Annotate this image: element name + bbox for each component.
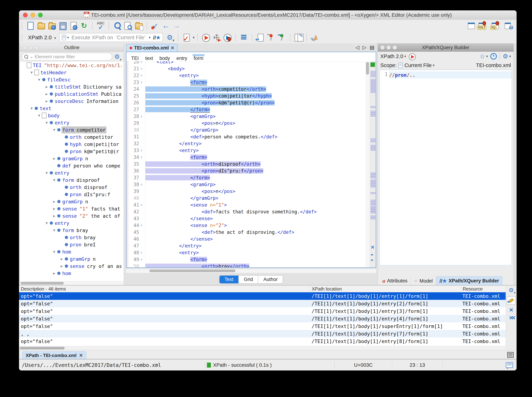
view-mode-text[interactable]: Text [220,276,239,283]
result-marker-tick[interactable] [371,111,375,113]
code-line-42[interactable]: 42 <def>facts that disprove something.</… [127,208,365,215]
result-marker-tick[interactable] [371,184,375,186]
prev-tab-icon[interactable]: ◁ [355,44,359,50]
editor-tab-tei-combo[interactable]: TEI-combo.xml ✕ [126,44,177,52]
code-line-39[interactable]: 39 <pos>n</pos> [127,188,365,195]
code-lines[interactable]: 20▽ <text>21▽ <body>22▽ <entry>23▽ <form… [127,61,365,267]
code-line-36[interactable]: 36 <pron>dIs"pru:f</pron> [127,167,365,174]
xpath-builder-icon[interactable]: //★ [153,35,160,41]
minimize-window-button[interactable] [31,13,35,17]
result-marker-tick[interactable] [371,180,375,181]
xpath-expression-combo[interactable]: ▾ Execute XPath on 'Current File' ▾ //★ [59,33,163,42]
result-marker-tick[interactable] [371,211,375,213]
description-column-header[interactable]: Description - 46 items [19,285,310,292]
code-line-20[interactable]: 20▽ <text> [127,61,365,65]
code-line-50[interactable]: 50 <orth>bray</orth> [127,263,365,267]
favorites-icon[interactable]: ☆ [480,53,485,60]
close-tab-icon[interactable]: ✕ [79,353,83,358]
result-marker-tick[interactable] [371,85,375,87]
result-marker-tick[interactable] [371,176,375,178]
outline-node-sense[interactable]: ▶sense"1" facts that [20,205,124,212]
expand-icon[interactable]: ▶ [44,85,49,89]
result-marker-tick[interactable] [371,173,375,174]
code-line-46[interactable]: 46 </sense> [127,236,365,242]
editor-vscrollbar[interactable] [365,61,370,267]
outline-node-TEI[interactable]: TEI"http://www.tei-c.org/ns/1. [20,62,124,69]
code-line-37[interactable]: 37 </form> [127,174,365,181]
fold-toggle-icon[interactable]: ▽ [140,65,145,72]
xslt-debugger-button[interactable]: XSLT [478,22,486,30]
find-replace-button[interactable] [113,22,121,30]
format-indent-file-button[interactable]: ↩ [256,33,264,42]
find-resource-button[interactable] [134,22,143,30]
collapse-icon[interactable]: ▼ [51,128,57,132]
outline-node-hom[interactable]: ▼hom [20,248,124,255]
fold-toggle-icon[interactable]: ▽ [140,181,145,188]
panel-buttons[interactable] [380,45,397,50]
highlight-results-button[interactable] [507,296,515,305]
fold-toggle-icon[interactable]: ▽ [140,202,145,208]
result-marker-tick[interactable] [371,200,375,202]
fold-toggle-icon[interactable]: ▽ [140,249,145,256]
code-line-24[interactable]: 24 <orth>competitor</orth> [127,86,365,93]
builder-tab-xpath-xquery-builder[interactable]: //★XPath/XQuery Builder [436,276,502,285]
result-row[interactable]: opt="false"/TEI[1]/text[1]/body[1]/entry… [19,307,506,315]
configure-transformation-button[interactable]: ⚒▶ [212,33,221,42]
outline-node-hom[interactable]: ▶hom [20,270,124,277]
collapse-icon[interactable]: ▼ [51,178,57,182]
query-line[interactable]: //pron/.. [389,71,512,79]
outline-node-entry[interactable]: ▼entry [20,119,124,126]
result-marker-tick[interactable] [371,79,375,81]
code-line-30[interactable]: 30 </gramGrp> [127,127,365,133]
code-line-44[interactable]: 44▽ <sense n="2"> [127,222,365,229]
outline-node-body[interactable]: ▼body [20,112,124,119]
format-indent-button[interactable] [240,33,248,42]
builder-tab-model[interactable]: ⁘Model [411,277,436,285]
code-line-41[interactable]: 41▽ <sense n="1"> [127,202,365,208]
breadcrumb-item-text[interactable]: text [145,54,153,61]
document-valid-indicator[interactable] [370,62,375,67]
code-line-28[interactable]: 28▽ <gramGrp> [127,113,365,120]
result-marker-tick[interactable] [371,208,375,210]
fold-toggle-icon[interactable]: ▽ [140,113,145,120]
outline-node-pron[interactable]: pronk@m"petit@(r [20,148,124,155]
result-marker-tick[interactable] [371,81,375,83]
xpath-combo-placeholder[interactable]: Execute XPath on 'Current File' [71,35,145,41]
outline-node-gramGrp[interactable]: ▶gramGrpn [20,155,124,162]
code-line-38[interactable]: 38▽ <gramGrp> [127,181,365,188]
back-button[interactable]: ← [162,22,170,30]
outline-node-titleStmt[interactable]: ▶titleStmtDictionary sa [20,83,124,90]
result-marker-tick[interactable] [371,115,375,117]
collapse-icon[interactable]: ▼ [36,77,42,82]
code-line-22[interactable]: 22▽ <entry> [127,72,365,79]
panel-list-icon[interactable] [507,352,514,358]
result-row[interactable]: opt="false"/TEI[1]/text[1]/body[1]/entry… [19,315,506,323]
result-marker-tick[interactable] [371,89,375,91]
outline-node-sourceDesc[interactable]: ▶sourceDescInformation [20,98,124,105]
pin-location-green-button[interactable]: ▬ [278,33,286,42]
result-marker-tick[interactable] [371,217,375,219]
close-tab-icon[interactable]: ✕ [171,45,174,50]
editor-layout-button[interactable] [467,22,475,30]
outline-node-gramGrp[interactable]: ▶gramGrpn [20,198,124,205]
code-line-49[interactable]: 49▽ <form> [127,256,365,263]
save-to-url-button[interactable] [69,22,77,30]
fold-toggle-icon[interactable]: ▽ [140,61,145,65]
view-mode-grid[interactable]: Grid [239,276,258,283]
outline-hscrollbar[interactable] [20,281,124,285]
result-marker-tick[interactable] [371,147,375,149]
find-in-files-button[interactable] [124,22,132,30]
fold-toggle-icon[interactable]: ▽ [140,79,145,86]
clear-markers-icon[interactable]: ✕ [371,245,375,250]
code-line-47[interactable]: 47 </entry> [127,242,365,249]
fold-toggle-icon[interactable]: ▽ [140,154,145,161]
result-marker-tick[interactable] [371,113,375,115]
outline-node-orth[interactable]: orthdisproof [20,184,124,191]
database-perspective-button[interactable]: ⛁ [504,22,512,30]
new-document-button[interactable] [26,22,34,30]
notifications-icon[interactable] [506,362,513,368]
result-marker-tick[interactable] [371,182,375,183]
outline-node-form[interactable]: ▼formdisproof [20,176,124,184]
builder-settings-icon[interactable]: ⚙ [503,53,508,60]
code-line-34[interactable]: 34▽ <form> [127,154,365,161]
